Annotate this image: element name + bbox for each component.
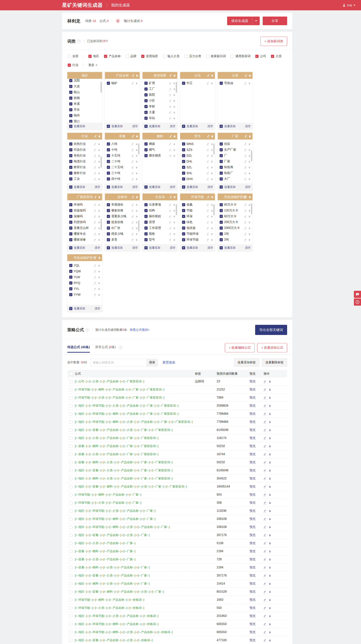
trash-icon[interactable] [211,82,213,85]
trash-icon[interactable] [269,477,271,480]
trash-icon[interactable] [98,221,100,224]
item-checkbox[interactable] [144,142,148,146]
trash-icon[interactable] [173,74,176,77]
edit-icon[interactable] [244,143,246,146]
trash-icon[interactable] [269,550,271,553]
trash-icon[interactable] [269,518,271,520]
trash-icon[interactable] [98,135,100,138]
edit-icon[interactable] [207,135,210,138]
trash-icon[interactable] [173,154,176,157]
item-checkbox[interactable] [69,264,72,267]
edit-icon[interactable] [94,288,96,290]
item-checkbox[interactable] [69,281,72,284]
edit-icon[interactable] [169,233,171,235]
trash-icon[interactable] [211,204,213,206]
trash-icon[interactable] [269,598,271,601]
trash-icon[interactable] [136,143,138,146]
item-checkbox[interactable] [144,209,148,212]
item-checkbox[interactable] [69,238,72,241]
trash-icon[interactable] [136,209,138,212]
trash-icon[interactable] [173,233,176,235]
trash-icon[interactable] [248,227,251,230]
trash-icon[interactable] [248,221,251,224]
edit-icon[interactable] [207,238,209,241]
item-checkbox[interactable] [220,82,223,85]
item-checkbox[interactable] [107,203,110,206]
edit-icon[interactable] [264,631,266,634]
item-checkbox[interactable] [69,160,72,163]
trash-icon[interactable] [173,215,176,218]
batch-add-button[interactable]: + 批量添加 [144,246,160,250]
edit-icon[interactable] [94,172,96,174]
feedback-chat-button[interactable] [354,291,361,298]
trash-icon[interactable] [211,74,214,77]
batch-add-button[interactable]: + 批量添加 [182,246,198,250]
scrollbar-thumb[interactable] [100,82,102,93]
preview-link[interactable]: 预览 [250,428,264,432]
batch-add-button[interactable]: + 批量添加 [144,185,160,189]
preview-link[interactable]: 预览 [250,638,264,642]
row-checkbox[interactable] [69,477,72,480]
row-checkbox[interactable] [69,590,72,594]
edit-icon[interactable] [132,148,134,151]
edit-icon[interactable] [94,227,96,230]
trash-icon[interactable] [173,204,176,206]
edit-icon[interactable] [244,154,246,157]
row-checkbox[interactable] [69,526,72,529]
scrollbar-thumb[interactable] [100,157,102,168]
trash-icon[interactable] [269,420,271,424]
trash-icon[interactable] [173,105,176,108]
trash-icon[interactable] [248,166,251,169]
edit-icon[interactable] [244,215,246,218]
row-checkbox[interactable] [69,453,72,456]
checkbox-icon[interactable] [184,55,188,58]
item-checkbox[interactable] [107,238,110,241]
edit-icon[interactable] [244,160,246,163]
batch-add-button[interactable]: + 批量添加 [69,307,85,310]
batch-add-button[interactable]: + 批量添加 [69,246,85,250]
item-checkbox[interactable] [220,177,223,180]
edit-icon[interactable] [244,82,246,85]
word-type-filter[interactable]: 地区 [88,54,99,58]
help-button[interactable]: ? [354,298,361,306]
clear-button[interactable]: 清空 [245,124,251,128]
trash-icon[interactable] [173,196,176,198]
trash-icon[interactable] [136,135,138,138]
preview-link[interactable]: 预览 [250,590,264,594]
scrollbar-thumb[interactable] [138,144,139,154]
edit-icon[interactable] [264,598,266,601]
edit-icon[interactable] [94,238,96,241]
edit-icon[interactable] [132,233,134,235]
item-checkbox[interactable] [69,232,72,236]
chevron-down-icon[interactable] [252,20,260,22]
trash-icon[interactable] [136,172,138,174]
edit-icon[interactable] [94,178,96,180]
edit-icon[interactable] [244,148,246,151]
edit-icon[interactable] [94,196,97,198]
trash-icon[interactable] [269,469,271,472]
trash-icon[interactable] [211,209,213,212]
trash-icon[interactable] [211,215,213,218]
preview-link[interactable]: 预览 [250,509,264,513]
more-filters-link[interactable]: 更多 [88,63,98,67]
edit-icon[interactable] [132,143,134,146]
edit-icon[interactable] [244,178,246,180]
item-checkbox[interactable] [107,215,110,218]
edit-icon[interactable] [244,135,247,138]
trash-icon[interactable] [269,639,271,642]
item-checkbox[interactable] [220,148,223,152]
word-type-filter[interactable]: 压力分类 [184,54,201,58]
item-checkbox[interactable] [220,160,223,163]
preview-link[interactable]: 预览 [250,388,264,392]
edit-icon[interactable] [264,437,266,440]
scrollbar-thumb[interactable] [176,204,177,215]
item-checkbox[interactable] [220,238,223,241]
edit-icon[interactable] [244,209,246,212]
edit-icon[interactable] [264,518,266,520]
clear-button[interactable]: 清空 [132,185,138,189]
item-checkbox[interactable] [69,177,72,180]
trash-icon[interactable] [269,502,271,504]
item-checkbox[interactable] [182,203,185,206]
item-checkbox[interactable] [69,148,72,152]
trash-icon[interactable] [211,233,213,235]
